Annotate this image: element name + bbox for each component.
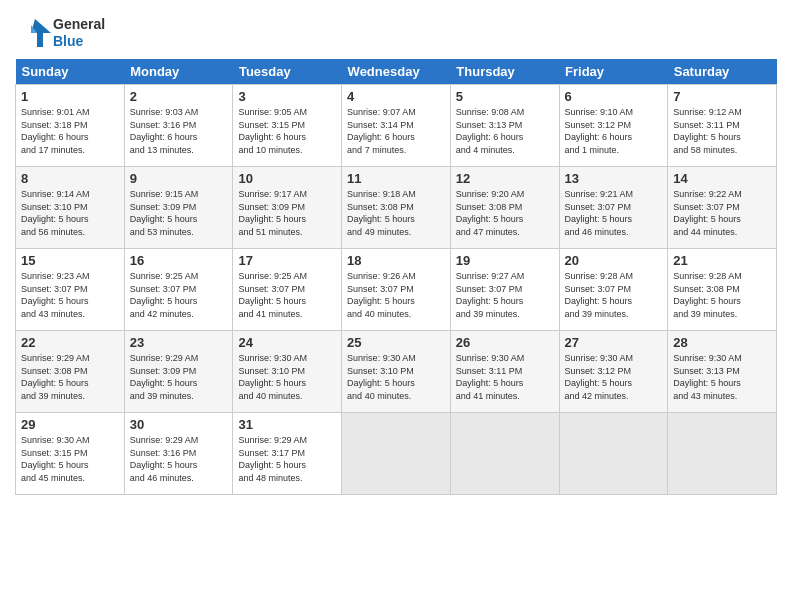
day-info: Sunrise: 9:28 AM Sunset: 3:07 PM Dayligh… — [565, 270, 663, 320]
calendar-day-cell: 23Sunrise: 9:29 AM Sunset: 3:09 PM Dayli… — [124, 331, 233, 413]
day-number: 27 — [565, 335, 663, 350]
day-number: 21 — [673, 253, 771, 268]
calendar-day-cell: 27Sunrise: 9:30 AM Sunset: 3:12 PM Dayli… — [559, 331, 668, 413]
day-info: Sunrise: 9:30 AM Sunset: 3:10 PM Dayligh… — [238, 352, 336, 402]
day-number: 15 — [21, 253, 119, 268]
day-number: 12 — [456, 171, 554, 186]
calendar-day-cell: 6Sunrise: 9:10 AM Sunset: 3:12 PM Daylig… — [559, 85, 668, 167]
day-info: Sunrise: 9:25 AM Sunset: 3:07 PM Dayligh… — [130, 270, 228, 320]
day-number: 11 — [347, 171, 445, 186]
calendar-week-row: 8Sunrise: 9:14 AM Sunset: 3:10 PM Daylig… — [16, 167, 777, 249]
day-number: 5 — [456, 89, 554, 104]
day-number: 25 — [347, 335, 445, 350]
day-number: 19 — [456, 253, 554, 268]
weekday-header-saturday: Saturday — [668, 59, 777, 85]
logo-blue: Blue — [53, 33, 105, 50]
day-info: Sunrise: 9:22 AM Sunset: 3:07 PM Dayligh… — [673, 188, 771, 238]
calendar-day-cell: 26Sunrise: 9:30 AM Sunset: 3:11 PM Dayli… — [450, 331, 559, 413]
day-info: Sunrise: 9:27 AM Sunset: 3:07 PM Dayligh… — [456, 270, 554, 320]
calendar-day-cell: 20Sunrise: 9:28 AM Sunset: 3:07 PM Dayli… — [559, 249, 668, 331]
calendar-day-cell: 22Sunrise: 9:29 AM Sunset: 3:08 PM Dayli… — [16, 331, 125, 413]
day-number: 7 — [673, 89, 771, 104]
calendar-day-cell: 25Sunrise: 9:30 AM Sunset: 3:10 PM Dayli… — [342, 331, 451, 413]
day-number: 16 — [130, 253, 228, 268]
day-number: 31 — [238, 417, 336, 432]
calendar-day-cell: 2Sunrise: 9:03 AM Sunset: 3:16 PM Daylig… — [124, 85, 233, 167]
day-info: Sunrise: 9:14 AM Sunset: 3:10 PM Dayligh… — [21, 188, 119, 238]
day-info: Sunrise: 9:29 AM Sunset: 3:17 PM Dayligh… — [238, 434, 336, 484]
calendar-empty-cell — [559, 413, 668, 495]
calendar-day-cell: 11Sunrise: 9:18 AM Sunset: 3:08 PM Dayli… — [342, 167, 451, 249]
calendar-day-cell: 15Sunrise: 9:23 AM Sunset: 3:07 PM Dayli… — [16, 249, 125, 331]
day-info: Sunrise: 9:30 AM Sunset: 3:15 PM Dayligh… — [21, 434, 119, 484]
calendar-day-cell: 5Sunrise: 9:08 AM Sunset: 3:13 PM Daylig… — [450, 85, 559, 167]
weekday-header-wednesday: Wednesday — [342, 59, 451, 85]
weekday-header-row: SundayMondayTuesdayWednesdayThursdayFrid… — [16, 59, 777, 85]
calendar-day-cell: 31Sunrise: 9:29 AM Sunset: 3:17 PM Dayli… — [233, 413, 342, 495]
day-info: Sunrise: 9:17 AM Sunset: 3:09 PM Dayligh… — [238, 188, 336, 238]
day-info: Sunrise: 9:03 AM Sunset: 3:16 PM Dayligh… — [130, 106, 228, 156]
day-number: 20 — [565, 253, 663, 268]
day-info: Sunrise: 9:29 AM Sunset: 3:16 PM Dayligh… — [130, 434, 228, 484]
day-info: Sunrise: 9:29 AM Sunset: 3:09 PM Dayligh… — [130, 352, 228, 402]
day-number: 13 — [565, 171, 663, 186]
calendar-day-cell: 10Sunrise: 9:17 AM Sunset: 3:09 PM Dayli… — [233, 167, 342, 249]
day-info: Sunrise: 9:07 AM Sunset: 3:14 PM Dayligh… — [347, 106, 445, 156]
day-info: Sunrise: 9:08 AM Sunset: 3:13 PM Dayligh… — [456, 106, 554, 156]
day-info: Sunrise: 9:30 AM Sunset: 3:10 PM Dayligh… — [347, 352, 445, 402]
day-info: Sunrise: 9:15 AM Sunset: 3:09 PM Dayligh… — [130, 188, 228, 238]
day-info: Sunrise: 9:20 AM Sunset: 3:08 PM Dayligh… — [456, 188, 554, 238]
day-number: 8 — [21, 171, 119, 186]
calendar-day-cell: 7Sunrise: 9:12 AM Sunset: 3:11 PM Daylig… — [668, 85, 777, 167]
day-number: 10 — [238, 171, 336, 186]
day-number: 14 — [673, 171, 771, 186]
logo-general: General — [53, 16, 105, 33]
calendar-day-cell: 30Sunrise: 9:29 AM Sunset: 3:16 PM Dayli… — [124, 413, 233, 495]
day-info: Sunrise: 9:30 AM Sunset: 3:11 PM Dayligh… — [456, 352, 554, 402]
day-info: Sunrise: 9:30 AM Sunset: 3:12 PM Dayligh… — [565, 352, 663, 402]
calendar-day-cell: 29Sunrise: 9:30 AM Sunset: 3:15 PM Dayli… — [16, 413, 125, 495]
day-number: 24 — [238, 335, 336, 350]
calendar-day-cell: 24Sunrise: 9:30 AM Sunset: 3:10 PM Dayli… — [233, 331, 342, 413]
day-info: Sunrise: 9:26 AM Sunset: 3:07 PM Dayligh… — [347, 270, 445, 320]
day-number: 22 — [21, 335, 119, 350]
day-info: Sunrise: 9:12 AM Sunset: 3:11 PM Dayligh… — [673, 106, 771, 156]
calendar-empty-cell — [450, 413, 559, 495]
calendar-day-cell: 3Sunrise: 9:05 AM Sunset: 3:15 PM Daylig… — [233, 85, 342, 167]
calendar-table: SundayMondayTuesdayWednesdayThursdayFrid… — [15, 59, 777, 495]
weekday-header-friday: Friday — [559, 59, 668, 85]
day-number: 3 — [238, 89, 336, 104]
calendar-week-row: 29Sunrise: 9:30 AM Sunset: 3:15 PM Dayli… — [16, 413, 777, 495]
calendar-week-row: 1Sunrise: 9:01 AM Sunset: 3:18 PM Daylig… — [16, 85, 777, 167]
day-number: 6 — [565, 89, 663, 104]
calendar-day-cell: 13Sunrise: 9:21 AM Sunset: 3:07 PM Dayli… — [559, 167, 668, 249]
weekday-header-monday: Monday — [124, 59, 233, 85]
day-info: Sunrise: 9:05 AM Sunset: 3:15 PM Dayligh… — [238, 106, 336, 156]
calendar-day-cell: 18Sunrise: 9:26 AM Sunset: 3:07 PM Dayli… — [342, 249, 451, 331]
logo: General Blue — [15, 15, 105, 51]
calendar-day-cell: 4Sunrise: 9:07 AM Sunset: 3:14 PM Daylig… — [342, 85, 451, 167]
day-number: 23 — [130, 335, 228, 350]
header: General Blue — [15, 10, 777, 51]
calendar-empty-cell — [668, 413, 777, 495]
calendar-week-row: 22Sunrise: 9:29 AM Sunset: 3:08 PM Dayli… — [16, 331, 777, 413]
calendar-day-cell: 9Sunrise: 9:15 AM Sunset: 3:09 PM Daylig… — [124, 167, 233, 249]
day-number: 2 — [130, 89, 228, 104]
day-info: Sunrise: 9:01 AM Sunset: 3:18 PM Dayligh… — [21, 106, 119, 156]
day-info: Sunrise: 9:28 AM Sunset: 3:08 PM Dayligh… — [673, 270, 771, 320]
day-info: Sunrise: 9:10 AM Sunset: 3:12 PM Dayligh… — [565, 106, 663, 156]
day-info: Sunrise: 9:29 AM Sunset: 3:08 PM Dayligh… — [21, 352, 119, 402]
calendar-day-cell: 19Sunrise: 9:27 AM Sunset: 3:07 PM Dayli… — [450, 249, 559, 331]
page-container: General Blue SundayMondayTuesdayWednesda… — [0, 0, 792, 505]
day-info: Sunrise: 9:21 AM Sunset: 3:07 PM Dayligh… — [565, 188, 663, 238]
day-info: Sunrise: 9:23 AM Sunset: 3:07 PM Dayligh… — [21, 270, 119, 320]
day-number: 4 — [347, 89, 445, 104]
weekday-header-thursday: Thursday — [450, 59, 559, 85]
day-info: Sunrise: 9:30 AM Sunset: 3:13 PM Dayligh… — [673, 352, 771, 402]
day-number: 30 — [130, 417, 228, 432]
calendar-day-cell: 12Sunrise: 9:20 AM Sunset: 3:08 PM Dayli… — [450, 167, 559, 249]
day-info: Sunrise: 9:18 AM Sunset: 3:08 PM Dayligh… — [347, 188, 445, 238]
calendar-day-cell: 17Sunrise: 9:25 AM Sunset: 3:07 PM Dayli… — [233, 249, 342, 331]
calendar-day-cell: 28Sunrise: 9:30 AM Sunset: 3:13 PM Dayli… — [668, 331, 777, 413]
calendar-day-cell: 14Sunrise: 9:22 AM Sunset: 3:07 PM Dayli… — [668, 167, 777, 249]
